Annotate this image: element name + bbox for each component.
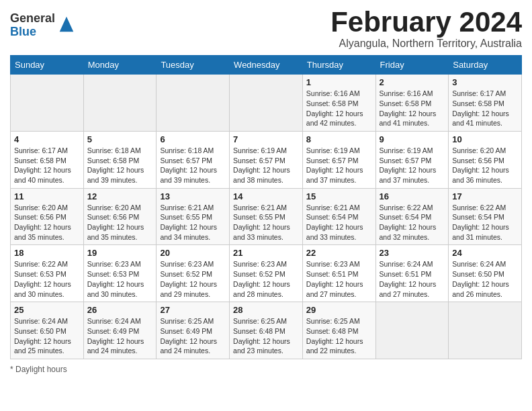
title-area: February 2024 Alyangula, Northern Territ… — [330, 7, 522, 50]
calendar-week-row: 25Sunrise: 6:24 AMSunset: 6:50 PMDayligh… — [11, 302, 522, 359]
calendar-cell: 2Sunrise: 6:16 AMSunset: 6:58 PMDaylight… — [375, 75, 449, 132]
day-info: Sunrise: 6:24 AMSunset: 6:50 PMDaylight:… — [14, 316, 80, 356]
calendar-cell — [375, 302, 449, 359]
page-header: General Blue February 2024 Alyangula, No… — [10, 7, 522, 50]
calendar-cell — [230, 75, 303, 132]
day-number: 7 — [233, 134, 299, 144]
calendar-cell: 24Sunrise: 6:24 AMSunset: 6:50 PMDayligh… — [449, 245, 522, 302]
svg-marker-0 — [60, 17, 74, 32]
calendar-week-row: 18Sunrise: 6:22 AMSunset: 6:53 PMDayligh… — [11, 245, 522, 302]
day-info: Sunrise: 6:25 AMSunset: 6:48 PMDaylight:… — [233, 316, 299, 356]
calendar-header-sunday: Sunday — [11, 56, 84, 75]
calendar-cell: 6Sunrise: 6:18 AMSunset: 6:57 PMDaylight… — [157, 131, 230, 188]
day-info: Sunrise: 6:25 AMSunset: 6:49 PMDaylight:… — [160, 316, 226, 356]
calendar-cell: 11Sunrise: 6:20 AMSunset: 6:56 PMDayligh… — [11, 188, 84, 245]
calendar-cell: 16Sunrise: 6:22 AMSunset: 6:54 PMDayligh… — [375, 188, 449, 245]
calendar-cell: 26Sunrise: 6:24 AMSunset: 6:49 PMDayligh… — [83, 302, 157, 359]
day-info: Sunrise: 6:20 AMSunset: 6:56 PMDaylight:… — [87, 203, 153, 242]
day-number: 10 — [452, 134, 518, 144]
day-info: Sunrise: 6:16 AMSunset: 6:58 PMDaylight:… — [380, 89, 445, 128]
day-number: 20 — [160, 248, 226, 258]
day-info: Sunrise: 6:16 AMSunset: 6:58 PMDaylight:… — [306, 89, 372, 128]
day-number: 28 — [233, 305, 299, 315]
day-info: Sunrise: 6:21 AMSunset: 6:54 PMDaylight:… — [306, 203, 372, 242]
calendar-cell: 12Sunrise: 6:20 AMSunset: 6:56 PMDayligh… — [83, 188, 157, 245]
calendar-cell: 27Sunrise: 6:25 AMSunset: 6:49 PMDayligh… — [157, 302, 230, 359]
day-number: 8 — [306, 134, 372, 144]
day-info: Sunrise: 6:23 AMSunset: 6:51 PMDaylight:… — [306, 259, 372, 299]
calendar-cell: 1Sunrise: 6:16 AMSunset: 6:58 PMDaylight… — [302, 75, 375, 132]
calendar-cell: 17Sunrise: 6:22 AMSunset: 6:54 PMDayligh… — [449, 188, 522, 245]
day-info: Sunrise: 6:22 AMSunset: 6:54 PMDaylight:… — [452, 203, 518, 242]
day-number: 12 — [87, 191, 153, 201]
day-info: Sunrise: 6:24 AMSunset: 6:51 PMDaylight:… — [380, 259, 445, 299]
calendar-week-row: 4Sunrise: 6:17 AMSunset: 6:58 PMDaylight… — [11, 131, 522, 188]
day-info: Sunrise: 6:25 AMSunset: 6:48 PMDaylight:… — [306, 316, 372, 356]
day-number: 27 — [160, 305, 226, 315]
calendar-cell: 7Sunrise: 6:19 AMSunset: 6:57 PMDaylight… — [230, 131, 303, 188]
calendar-cell: 5Sunrise: 6:18 AMSunset: 6:58 PMDaylight… — [83, 131, 157, 188]
day-info: Sunrise: 6:18 AMSunset: 6:57 PMDaylight:… — [160, 146, 226, 185]
calendar-cell: 15Sunrise: 6:21 AMSunset: 6:54 PMDayligh… — [302, 188, 375, 245]
day-number: 23 — [380, 248, 445, 258]
day-number: 24 — [452, 248, 518, 258]
day-info: Sunrise: 6:22 AMSunset: 6:53 PMDaylight:… — [14, 259, 80, 299]
day-number: 17 — [452, 191, 518, 201]
day-number: 25 — [14, 305, 80, 315]
day-number: 11 — [14, 191, 80, 201]
day-info: Sunrise: 6:23 AMSunset: 6:52 PMDaylight:… — [160, 259, 226, 299]
month-title: February 2024 — [330, 7, 522, 38]
calendar-cell: 18Sunrise: 6:22 AMSunset: 6:53 PMDayligh… — [11, 245, 84, 302]
calendar-cell: 19Sunrise: 6:23 AMSunset: 6:53 PMDayligh… — [83, 245, 157, 302]
day-number: 2 — [380, 77, 445, 87]
day-number: 21 — [233, 248, 299, 258]
day-number: 1 — [306, 77, 372, 87]
day-number: 15 — [306, 191, 372, 201]
footer-note: * Daylight hours — [10, 365, 522, 374]
day-number: 13 — [160, 191, 226, 201]
day-number: 29 — [306, 305, 372, 315]
calendar-cell: 23Sunrise: 6:24 AMSunset: 6:51 PMDayligh… — [375, 245, 449, 302]
day-info: Sunrise: 6:17 AMSunset: 6:58 PMDaylight:… — [452, 89, 518, 128]
day-info: Sunrise: 6:20 AMSunset: 6:56 PMDaylight:… — [14, 203, 80, 242]
day-info: Sunrise: 6:22 AMSunset: 6:54 PMDaylight:… — [380, 203, 445, 242]
calendar-header-wednesday: Wednesday — [230, 56, 303, 75]
calendar-cell: 25Sunrise: 6:24 AMSunset: 6:50 PMDayligh… — [11, 302, 84, 359]
calendar-week-row: 11Sunrise: 6:20 AMSunset: 6:56 PMDayligh… — [11, 188, 522, 245]
calendar-cell: 21Sunrise: 6:23 AMSunset: 6:52 PMDayligh… — [230, 245, 303, 302]
day-number: 16 — [380, 191, 445, 201]
day-number: 22 — [306, 248, 372, 258]
calendar-cell: 9Sunrise: 6:19 AMSunset: 6:57 PMDaylight… — [375, 131, 449, 188]
calendar-week-row: 1Sunrise: 6:16 AMSunset: 6:58 PMDaylight… — [11, 75, 522, 132]
day-number: 5 — [87, 134, 153, 144]
calendar-cell: 14Sunrise: 6:21 AMSunset: 6:55 PMDayligh… — [230, 188, 303, 245]
day-info: Sunrise: 6:19 AMSunset: 6:57 PMDaylight:… — [380, 146, 445, 185]
day-info: Sunrise: 6:23 AMSunset: 6:53 PMDaylight:… — [87, 259, 153, 299]
day-number: 9 — [380, 134, 445, 144]
calendar-header-thursday: Thursday — [302, 56, 375, 75]
logo-icon — [57, 14, 76, 33]
calendar-cell: 10Sunrise: 6:20 AMSunset: 6:56 PMDayligh… — [449, 131, 522, 188]
day-number: 18 — [14, 248, 80, 258]
calendar-header-tuesday: Tuesday — [157, 56, 230, 75]
day-info: Sunrise: 6:24 AMSunset: 6:50 PMDaylight:… — [452, 259, 518, 299]
calendar-cell: 4Sunrise: 6:17 AMSunset: 6:58 PMDaylight… — [11, 131, 84, 188]
calendar-cell: 3Sunrise: 6:17 AMSunset: 6:58 PMDaylight… — [449, 75, 522, 132]
calendar-header-monday: Monday — [83, 56, 157, 75]
day-number: 6 — [160, 134, 226, 144]
calendar-cell — [11, 75, 84, 132]
calendar-header-saturday: Saturday — [449, 56, 522, 75]
calendar-header-row: SundayMondayTuesdayWednesdayThursdayFrid… — [11, 56, 522, 75]
day-info: Sunrise: 6:17 AMSunset: 6:58 PMDaylight:… — [14, 146, 80, 185]
location-subtitle: Alyangula, Northern Territory, Australia — [330, 38, 522, 50]
day-number: 3 — [452, 77, 518, 87]
calendar-cell: 29Sunrise: 6:25 AMSunset: 6:48 PMDayligh… — [302, 302, 375, 359]
calendar-cell: 8Sunrise: 6:19 AMSunset: 6:57 PMDaylight… — [302, 131, 375, 188]
calendar-table: SundayMondayTuesdayWednesdayThursdayFrid… — [10, 55, 522, 359]
calendar-cell — [449, 302, 522, 359]
calendar-cell: 20Sunrise: 6:23 AMSunset: 6:52 PMDayligh… — [157, 245, 230, 302]
calendar-cell: 28Sunrise: 6:25 AMSunset: 6:48 PMDayligh… — [230, 302, 303, 359]
day-info: Sunrise: 6:21 AMSunset: 6:55 PMDaylight:… — [233, 203, 299, 242]
calendar-cell — [157, 75, 230, 132]
logo: General Blue — [10, 12, 76, 39]
